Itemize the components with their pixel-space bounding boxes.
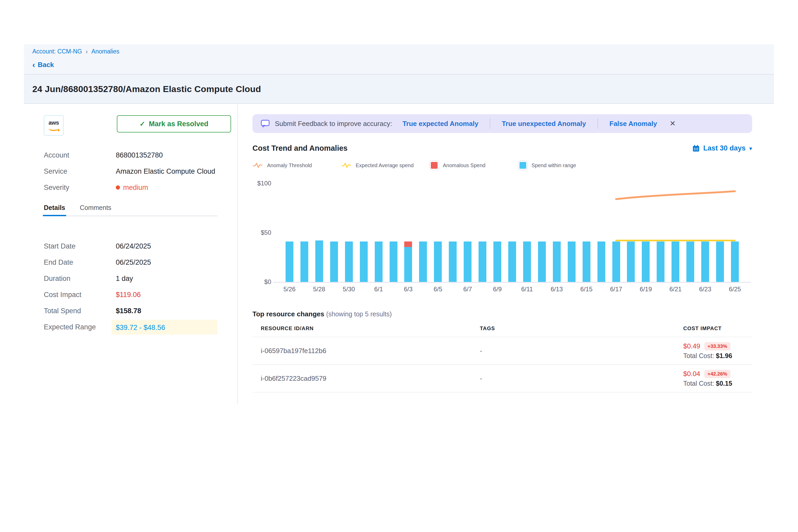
resources-heading: Top resource changes (showing top 5 resu… <box>252 310 752 318</box>
cost-line: $0.04+42.26% <box>683 370 752 378</box>
legend-item-expected-average-spend[interactable]: Expected Average spend <box>341 162 430 169</box>
chart-legend: Anomaly ThresholdExpected Average spendA… <box>252 161 752 170</box>
aws-logo-text: aws <box>49 120 59 126</box>
bar-6/10[interactable] <box>508 242 516 282</box>
bar-5/30[interactable] <box>345 242 353 282</box>
title-band: 24 Jun/868001352780/Amazon Elastic Compu… <box>24 75 774 104</box>
bar-5/27[interactable] <box>300 242 308 282</box>
legend-label: Expected Average spend <box>356 163 414 169</box>
app-window: Account: CCM-NG › Anomalies ‹ Back 24 Ju… <box>0 0 798 532</box>
tabs-divider <box>44 216 217 216</box>
bar-6/18[interactable] <box>627 242 635 282</box>
bar-6/9[interactable] <box>493 242 501 282</box>
breadcrumb-account[interactable]: Account: CCM-NG <box>32 48 82 55</box>
account-label: Account <box>44 151 116 159</box>
bar-6/4[interactable] <box>419 242 427 282</box>
severity-label: Severity <box>44 184 116 192</box>
resources-header-row: RESOURCE ID/ARNTAGSCOST IMPACT <box>252 325 752 337</box>
mark-as-resolved-button[interactable]: ✓ Mark as Resolved <box>117 115 231 132</box>
calendar-icon <box>692 145 700 152</box>
bar-6/1[interactable] <box>375 242 383 282</box>
bar-6/19[interactable] <box>642 242 650 282</box>
bar-5/26[interactable] <box>286 242 293 282</box>
bar-5/28[interactable] <box>315 241 323 282</box>
bar-6/8[interactable] <box>478 242 486 282</box>
bar-6/24[interactable] <box>716 242 724 282</box>
bar-6/14[interactable] <box>568 242 575 282</box>
total-cost-label: Total Cost: <box>683 380 716 387</box>
bar-6/21[interactable] <box>671 242 679 282</box>
bar-6/20[interactable] <box>657 242 664 282</box>
bar-6/22[interactable] <box>686 242 694 282</box>
bar-6/15[interactable] <box>583 242 590 282</box>
bar-6/2[interactable] <box>390 242 397 282</box>
back-button[interactable]: ‹ Back <box>32 61 766 69</box>
total-cost-line: Total Cost: $0.15 <box>683 380 752 387</box>
date-range-selector[interactable]: Last 30 days ▾ <box>692 144 752 152</box>
bar-6/23[interactable] <box>701 242 709 282</box>
x-axis-tick-6/17: 6/17 <box>610 286 622 293</box>
expected-range-value: $39.72 - $48.56 <box>116 324 165 331</box>
cost-impact-amount: $0.49 <box>683 342 700 350</box>
x-axis-tick-6/5: 6/5 <box>434 286 442 293</box>
bar-6/3[interactable] <box>404 247 412 282</box>
cost-impact-cell: $0.04+42.26%Total Cost: $0.15 <box>683 370 752 387</box>
bar-6/17[interactable] <box>612 242 620 282</box>
x-axis-tick-6/3: 6/3 <box>404 286 413 293</box>
column-header-resource-id-arn: RESOURCE ID/ARN <box>261 325 480 331</box>
legend-label: Spend within range <box>531 163 576 169</box>
bar-6/7[interactable] <box>464 242 472 282</box>
legend-item-anomalous-spend[interactable]: Anomalous Spend <box>430 161 518 170</box>
cost-impact-cell: $0.49+33.33%Total Cost: $1.96 <box>683 342 752 360</box>
severity-badge: medium <box>116 184 148 192</box>
table-row-1[interactable]: i-06597ba197fe112b6-$0.49+33.33%Total Co… <box>252 337 752 365</box>
column-header-cost-impact: COST IMPACT <box>683 325 752 331</box>
bar-6/11[interactable] <box>523 242 531 282</box>
bar-6/5[interactable] <box>434 242 442 282</box>
tab-details[interactable]: Details <box>44 204 65 216</box>
resource-id: i-06597ba197fe112b6 <box>261 347 480 355</box>
x-axis-tick-6/13: 6/13 <box>551 286 563 293</box>
total-cost-label: Total Cost: <box>683 352 716 359</box>
expected-range-chip: $39.72 - $48.56 <box>112 320 217 335</box>
bar-6/25[interactable] <box>731 242 739 282</box>
bar-5/31[interactable] <box>360 242 368 282</box>
x-axis-tick-6/7: 6/7 <box>463 286 472 293</box>
y-axis-tick: $100 <box>252 180 271 187</box>
y-axis-tick: $50 <box>252 229 271 236</box>
duration-value: 1 day <box>116 274 133 283</box>
feedback-option-2[interactable]: True unexpected Anomaly <box>502 120 586 128</box>
x-axis-line <box>273 282 751 283</box>
breadcrumb-anomalies[interactable]: Anomalies <box>91 48 119 55</box>
legend-item-anomaly-threshold[interactable]: Anomaly Threshold <box>252 162 341 169</box>
x-axis-tick-6/21: 6/21 <box>669 286 682 293</box>
feedback-option-1[interactable]: True expected Anomaly <box>402 120 478 128</box>
feedback-prompt: Submit Feedback to improve accuracy: <box>275 120 392 128</box>
anomalous-bar-segment-6/3[interactable] <box>404 242 412 247</box>
severity-row: Severity medium <box>44 179 237 195</box>
cost-line: $0.49+33.33% <box>683 342 752 350</box>
resources-subtitle: (showing top 5 results) <box>326 310 392 318</box>
bar-6/12[interactable] <box>538 242 546 282</box>
summary-fields: Account 868001352780 Service Amazon Elas… <box>44 147 237 195</box>
bar-6/6[interactable] <box>449 242 457 282</box>
table-row-2[interactable]: i-0b6f257223cad9579-$0.04+42.26%Total Co… <box>252 365 752 393</box>
feedback-divider <box>490 118 490 129</box>
close-icon[interactable]: ✕ <box>670 120 676 127</box>
cost-impact-value: $119.06 <box>116 291 141 299</box>
feedback-bar: Submit Feedback to improve accuracy: Tru… <box>252 114 752 133</box>
x-axis-tick-6/11: 6/11 <box>521 286 533 293</box>
cost-impact-percent-badge: +33.33% <box>704 342 730 350</box>
bar-5/29[interactable] <box>330 242 338 282</box>
bar-6/16[interactable] <box>597 242 605 282</box>
tab-comments[interactable]: Comments <box>80 204 111 216</box>
total-cost-value: $0.15 <box>716 380 732 387</box>
chevron-left-icon: ‹ <box>32 60 35 69</box>
cost-impact-row: Cost Impact $119.06 <box>44 287 217 303</box>
service-row: Service Amazon Elastic Compute Cloud <box>44 163 237 179</box>
anomaly-detail-page: Account: CCM-NG › Anomalies ‹ Back 24 Ju… <box>24 44 774 404</box>
feedback-option-3[interactable]: False Anomaly <box>609 120 657 128</box>
legend-item-spend-within-range[interactable]: Spend within range <box>518 161 607 170</box>
bar-6/13[interactable] <box>553 242 561 282</box>
resource-tags: - <box>480 375 683 383</box>
